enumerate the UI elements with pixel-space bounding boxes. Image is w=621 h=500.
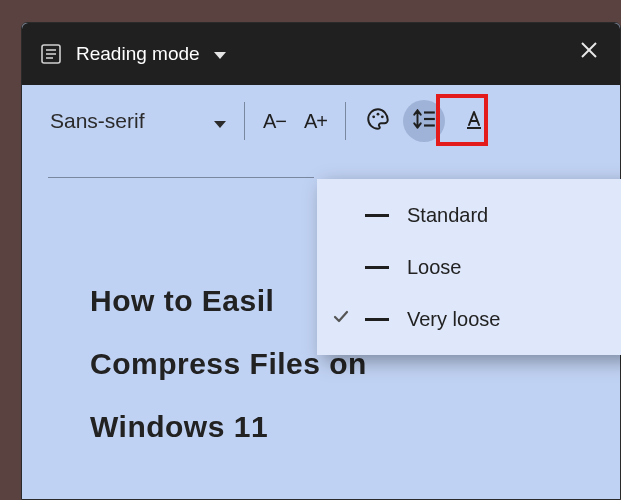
title-line: How to Easil: [90, 284, 274, 317]
increase-font-button[interactable]: A+: [298, 110, 333, 133]
density-icon: [359, 314, 395, 325]
svg-point-6: [372, 115, 375, 118]
toolbar: Sans-serif A− A+: [22, 85, 620, 157]
titlebar: Reading mode: [22, 23, 620, 85]
chevron-down-icon: [214, 109, 226, 133]
mode-dropdown-caret[interactable]: [214, 47, 226, 62]
toolbar-underline: [48, 177, 314, 178]
line-spacing-option[interactable]: Standard: [317, 189, 621, 241]
decrease-font-button[interactable]: A−: [257, 110, 292, 133]
divider: [345, 102, 346, 140]
line-spacing-option-label: Loose: [407, 256, 462, 279]
font-family-selector[interactable]: Sans-serif: [50, 109, 232, 133]
palette-icon: [365, 106, 391, 136]
line-spacing-option[interactable]: Loose: [317, 241, 621, 293]
close-icon[interactable]: [580, 41, 598, 64]
density-icon: [359, 263, 395, 272]
reading-mode-window: Reading mode Sans-serif A− A+: [21, 22, 621, 500]
divider: [244, 102, 245, 140]
titlebar-mode-label[interactable]: Reading mode: [76, 43, 200, 65]
svg-point-8: [381, 115, 384, 118]
font-family-label: Sans-serif: [50, 109, 145, 133]
theme-button[interactable]: [358, 101, 398, 141]
line-spacing-icon: [411, 106, 437, 136]
line-spacing-option-label: Very loose: [407, 308, 500, 331]
density-icon: [359, 212, 395, 219]
reading-mode-icon: [40, 43, 62, 65]
line-spacing-button[interactable]: [404, 101, 444, 141]
line-spacing-option[interactable]: Very loose: [317, 293, 621, 345]
check-icon: [327, 308, 355, 331]
text-color-icon: [462, 107, 486, 135]
svg-point-7: [377, 113, 380, 116]
line-spacing-menu: StandardLooseVery loose: [317, 179, 621, 355]
line-spacing-option-label: Standard: [407, 204, 488, 227]
text-style-button[interactable]: [454, 101, 494, 141]
title-line: Windows 11: [90, 410, 268, 443]
